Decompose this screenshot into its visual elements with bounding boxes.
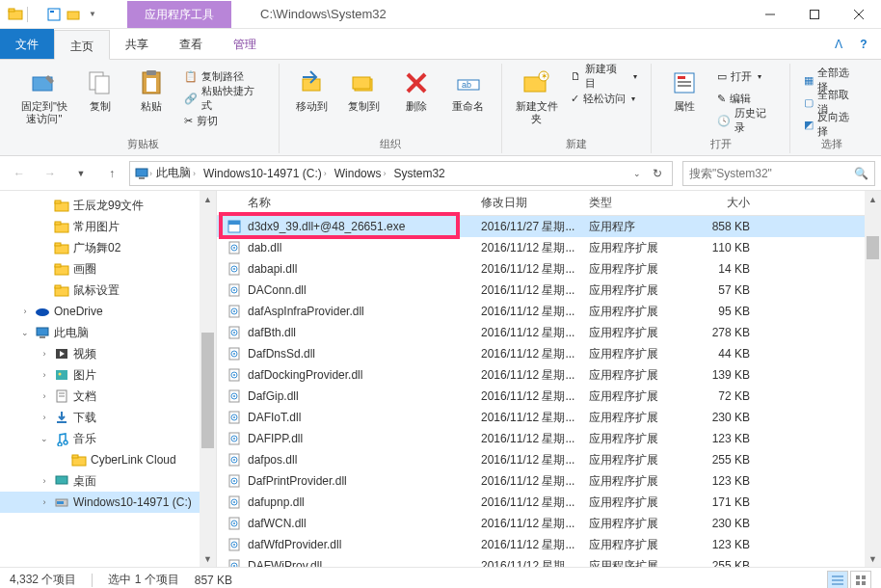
file-row[interactable]: dafupnp.dll2016/11/12 星期...应用程序扩展171 KB — [217, 492, 881, 513]
tree-expander[interactable]: › — [39, 349, 50, 359]
crumb-windows[interactable]: Windows› — [331, 167, 390, 180]
qat-dropdown-icon[interactable]: ▼ — [85, 7, 100, 22]
nav-forward-button[interactable]: → — [37, 160, 64, 187]
sidebar-item[interactable]: ›Windows10-14971 (C:) — [0, 492, 216, 513]
file-row[interactable]: DafDnsSd.dll2016/11/12 星期...应用程序扩展44 KB — [217, 343, 881, 364]
file-row[interactable]: DafGip.dll2016/11/12 星期...应用程序扩展72 KB — [217, 386, 881, 407]
sidebar-item[interactable]: CyberLink Cloud — [0, 449, 216, 470]
view-icons-button[interactable] — [850, 571, 871, 589]
svg-rect-110 — [856, 575, 860, 579]
view-details-button[interactable] — [827, 571, 848, 589]
delete-button[interactable]: 删除 — [393, 64, 440, 113]
file-row[interactable]: dafDockingProvider.dll2016/11/12 星期...应用… — [217, 364, 881, 386]
qat-newfolder-icon[interactable] — [66, 7, 81, 22]
dll-file-icon — [227, 473, 242, 489]
new-item-button[interactable]: 🗋新建项目▾ — [567, 66, 641, 87]
tree-expander[interactable]: ⌄ — [39, 434, 50, 443]
crumb-thispc[interactable]: 此电脑› — [152, 165, 200, 181]
file-row[interactable]: dab.dll2016/11/12 星期...应用程序扩展110 KB — [217, 237, 881, 258]
nav-up-button[interactable]: ↑ — [98, 160, 125, 187]
cut-button[interactable]: ✂剪切 — [180, 110, 269, 131]
sidebar-item[interactable]: ›OneDrive — [0, 301, 216, 322]
copy-to-button[interactable]: 复制到 — [341, 64, 387, 113]
properties-button[interactable]: 属性 — [661, 64, 707, 113]
tab-view[interactable]: 查看 — [164, 29, 218, 59]
file-row[interactable]: DAFIoT.dll2016/11/12 星期...应用程序扩展230 KB — [217, 407, 881, 428]
sidebar-item[interactable]: ›图片 — [0, 364, 216, 386]
nav-back-button[interactable]: ← — [6, 160, 33, 187]
file-row[interactable]: dafWCN.dll2016/11/12 星期...应用程序扩展230 KB — [217, 513, 881, 534]
sidebar-item[interactable]: 鼠标设置 — [0, 280, 216, 301]
sidebar-scrollbar[interactable]: ▲ ▼ — [200, 191, 216, 567]
crumb-drive[interactable]: Windows10-14971 (C:)› — [200, 167, 331, 180]
close-button[interactable] — [837, 0, 881, 29]
refresh-button[interactable]: ↻ — [647, 160, 668, 187]
file-row[interactable]: d3dx9_39.dll+@48_26651.exe2016/11/27 星期.… — [217, 216, 881, 237]
file-name: DafGip.dll — [248, 389, 299, 403]
qat-properties-icon[interactable] — [46, 7, 62, 22]
history-button[interactable]: 🕓历史记录 — [713, 110, 781, 131]
minimize-button[interactable] — [748, 0, 792, 29]
col-size[interactable]: 大小 — [690, 195, 771, 211]
address-bar[interactable]: › 此电脑› Windows10-14971 (C:)› Windows› Sy… — [129, 161, 673, 186]
nav-tree[interactable]: 壬辰龙99文件常用图片广场舞02画圈鼠标设置›OneDrive⌄此电脑›视频›图… — [0, 191, 217, 567]
pin-quickaccess-button[interactable]: 固定到"快速访问" — [17, 64, 71, 125]
rename-button[interactable]: ab 重命名 — [445, 64, 492, 113]
sidebar-item[interactable]: 常用图片 — [0, 216, 216, 237]
file-row[interactable]: DafPrintProvider.dll2016/11/12 星期...应用程序… — [217, 470, 881, 492]
file-row[interactable]: DAFWiProv.dll2016/11/12 星期...应用程序扩展255 K… — [217, 555, 881, 567]
addr-dropdown-button[interactable]: ⌄ — [627, 160, 647, 187]
paste-button[interactable]: 粘贴 — [128, 64, 174, 113]
invert-selection-button[interactable]: ◩反向选择 — [800, 114, 864, 135]
move-to-button[interactable]: 移动到 — [289, 64, 335, 113]
sidebar-item[interactable]: ›文档 — [0, 386, 216, 407]
tab-manage[interactable]: 管理 — [218, 29, 272, 59]
file-list[interactable]: 名称 修改日期 类型 大小 d3dx9_39.dll+@48_26651.exe… — [217, 191, 881, 567]
file-row[interactable]: dafWfdProvider.dll2016/11/12 星期...应用程序扩展… — [217, 534, 881, 555]
crumb-system32[interactable]: System32 — [389, 167, 448, 180]
sidebar-item[interactable]: 广场舞02 — [0, 237, 216, 258]
tree-expander[interactable]: › — [19, 307, 31, 316]
file-row[interactable]: DAConn.dll2016/11/12 星期...应用程序扩展57 KB — [217, 280, 881, 301]
tab-file[interactable]: 文件 — [0, 29, 54, 59]
tree-expander[interactable]: › — [39, 497, 50, 507]
sidebar-item[interactable]: ›视频 — [0, 343, 216, 364]
tree-expander[interactable]: › — [39, 476, 50, 486]
col-date[interactable]: 修改日期 — [471, 195, 579, 211]
paste-shortcut-button[interactable]: 🔗粘贴快捷方式 — [180, 88, 269, 109]
tree-expander[interactable]: › — [39, 370, 50, 380]
col-type[interactable]: 类型 — [579, 195, 690, 211]
file-row[interactable]: dabapi.dll2016/11/12 星期...应用程序扩展14 KB — [217, 258, 881, 280]
nav-recent-dropdown[interactable]: ▼ — [67, 160, 94, 187]
file-row[interactable]: dafpos.dll2016/11/12 星期...应用程序扩展255 KB — [217, 449, 881, 470]
tab-home[interactable]: 主页 — [54, 30, 110, 60]
open-button[interactable]: ▭打开▾ — [713, 66, 781, 87]
sidebar-item[interactable]: 画圈 — [0, 258, 216, 280]
tree-expander[interactable]: › — [39, 391, 50, 401]
svg-rect-36 — [55, 243, 61, 246]
tab-share[interactable]: 共享 — [110, 29, 164, 59]
filelist-scrollbar[interactable]: ▲ ▼ — [865, 191, 881, 567]
search-box[interactable]: 🔍 — [682, 161, 875, 186]
tree-expander[interactable]: ⌄ — [19, 328, 31, 337]
new-folder-button[interactable]: ✶ 新建文件夹 — [512, 64, 562, 125]
sidebar-item[interactable]: ⌄此电脑 — [0, 322, 216, 343]
sidebar-item[interactable]: ›桌面 — [0, 470, 216, 492]
easy-access-button[interactable]: ✓轻松访问▾ — [567, 88, 641, 109]
maximize-button[interactable] — [792, 0, 837, 29]
file-row[interactable]: DAFIPP.dll2016/11/12 星期...应用程序扩展123 KB — [217, 428, 881, 449]
status-count: 4,332 个项目 — [10, 572, 76, 588]
file-type: 应用程序扩展 — [579, 346, 690, 362]
file-row[interactable]: dafBth.dll2016/11/12 星期...应用程序扩展278 KB — [217, 322, 881, 343]
sidebar-item[interactable]: ›下载 — [0, 407, 216, 428]
file-row[interactable]: dafAspInfraProvider.dll2016/11/12 星期...应… — [217, 301, 881, 322]
sidebar-item[interactable]: ⌄音乐 — [0, 428, 216, 449]
search-input[interactable] — [689, 167, 854, 180]
ribbon-collapse-button[interactable]: ᐱ — [829, 35, 848, 54]
sidebar-item[interactable]: 壬辰龙99文件 — [0, 195, 216, 216]
copy-button[interactable]: 复制 — [77, 64, 123, 113]
svg-point-85 — [233, 416, 235, 418]
help-button[interactable]: ? — [854, 35, 873, 54]
tree-expander[interactable]: › — [39, 413, 50, 422]
col-name[interactable]: 名称 — [217, 195, 471, 211]
